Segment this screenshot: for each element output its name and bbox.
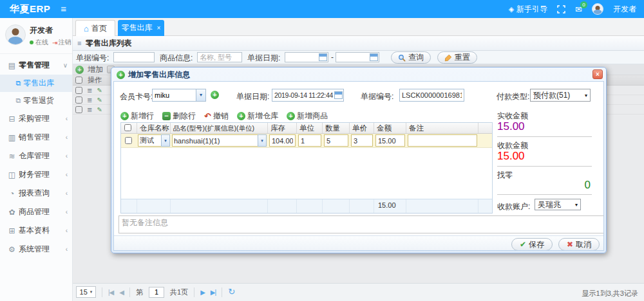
total-cell xyxy=(121,199,137,213)
search-icon xyxy=(398,54,406,62)
sidebar-item-goods-mgmt[interactable]: ✿ 商品管理 ‹ xyxy=(0,203,72,221)
pay-type-select[interactable]: 预付款(51) ▾ xyxy=(530,89,591,102)
undo-button[interactable]: ↶ 撤销 xyxy=(204,111,229,122)
avatar-head xyxy=(12,28,19,35)
combo-arrow-icon[interactable]: ▾ xyxy=(161,134,170,147)
remark-textarea[interactable] xyxy=(118,215,604,233)
sidebar-item-retail-mgmt[interactable]: ▤ 零售管理 ∨ xyxy=(0,56,72,75)
calendar-icon[interactable] xyxy=(334,91,343,99)
prev-page-button[interactable]: ◀ xyxy=(119,289,124,296)
combo-arrow-icon[interactable]: ▾ xyxy=(196,89,206,102)
combo-arrow-icon[interactable]: ▾ xyxy=(258,134,267,147)
filter-bar: 单据编号: 商品信息: 单据日期: - 查询 重置 xyxy=(73,51,644,64)
amount-input[interactable] xyxy=(375,134,405,147)
reset-button[interactable]: 重置 xyxy=(437,51,477,64)
save-button[interactable]: ✔ 保存 xyxy=(511,238,553,251)
divider xyxy=(194,287,194,297)
add-product-button[interactable]: + 新增商品 xyxy=(287,111,328,122)
home-icon: ⌂ xyxy=(84,24,89,33)
hamburger-icon[interactable]: ≡ xyxy=(61,0,66,18)
col-header-remark[interactable]: 备注 xyxy=(406,123,478,133)
date-to-input[interactable] xyxy=(336,52,379,62)
product-label: 商品信息: xyxy=(160,53,193,64)
member-card-input[interactable] xyxy=(152,89,196,102)
tab-label: 零售出库 xyxy=(122,23,153,33)
bill-date-input[interactable]: 2019-09-14 11:22:44 xyxy=(272,89,344,102)
chevron-down-icon: ▾ xyxy=(90,289,93,295)
product-input[interactable] xyxy=(172,134,258,147)
mail-button[interactable]: ✉ 0 xyxy=(575,5,582,14)
menu-label: 财务管理 xyxy=(19,169,66,180)
cancel-button[interactable]: ✖ 取消 xyxy=(558,238,600,251)
search-button[interactable]: 查询 xyxy=(391,51,431,64)
account-select[interactable]: 吴瑞兆 ▾ xyxy=(535,199,581,210)
col-header-unit[interactable]: 单位 xyxy=(297,123,323,133)
dialog-close-button[interactable]: × xyxy=(592,69,603,79)
refresh-icon[interactable]: ↻ xyxy=(228,287,235,296)
col-header-qty[interactable]: 数量 xyxy=(323,123,350,133)
menu-label: 基本资料 xyxy=(19,225,66,236)
member-card-combo[interactable]: ▾ xyxy=(152,89,206,102)
price-input[interactable] xyxy=(351,134,373,147)
calendar-icon[interactable] xyxy=(370,53,378,61)
total-cell xyxy=(406,199,478,213)
pay-type-value: 预付款(51) xyxy=(533,90,570,101)
product-input[interactable] xyxy=(197,52,242,62)
logout-button[interactable]: ⇥ 注销 xyxy=(52,38,71,47)
chevron-left-icon: ‹ xyxy=(66,246,68,253)
last-page-button[interactable]: ▶| xyxy=(211,289,216,296)
first-page-button[interactable]: |◀ xyxy=(108,289,113,296)
stock-input[interactable] xyxy=(269,134,296,147)
sidebar-item-basic-data[interactable]: ⊞ 基本资料 ‹ xyxy=(0,221,72,240)
page-size-select[interactable]: 15 ▾ xyxy=(76,286,96,298)
product-combo[interactable]: ▾ xyxy=(172,134,267,147)
add-retail-outbound-dialog: + 增加零售出库信息 × 会员卡号: ▾ + 单据日期: 2019-09-14 … xyxy=(111,67,607,253)
calendar-icon[interactable] xyxy=(319,53,327,61)
check-icon: ✔ xyxy=(520,240,526,249)
bill-no-input[interactable] xyxy=(399,89,464,102)
gear-icon: ⚙ xyxy=(6,245,17,254)
sidebar-menu: ▤ 零售管理 ∨ ⧉ 零售出库 ⧉ 零售退货 ⊟ 采购管理 ‹ ▥ 销售管理 ‹ xyxy=(0,54,72,259)
bill-no-input[interactable] xyxy=(113,52,155,62)
row-checkbox[interactable] xyxy=(125,137,132,144)
sidebar-item-retail-outbound[interactable]: ⧉ 零售出库 xyxy=(0,75,72,92)
undo-icon: ↶ xyxy=(204,112,211,120)
col-header-product[interactable]: 品名(型号)(扩展信息)(单位) xyxy=(171,123,268,133)
col-header-stock[interactable]: 库存 xyxy=(268,123,297,133)
sidebar-item-retail-return[interactable]: ⧉ 零售退货 xyxy=(0,92,72,109)
add-product-label: 新增商品 xyxy=(297,111,328,122)
sidebar-item-finance-mgmt[interactable]: ◫ 财务管理 ‹ xyxy=(0,165,72,184)
date-from-input[interactable] xyxy=(285,52,328,62)
select-all-checkbox[interactable] xyxy=(124,124,131,131)
col-header-amount[interactable]: 金额 xyxy=(374,123,406,133)
close-icon[interactable]: × xyxy=(157,24,161,32)
unit-input[interactable] xyxy=(298,134,321,147)
goods-icon: ✿ xyxy=(6,208,17,217)
record-summary: 显示1到3,共3记录 xyxy=(582,289,638,298)
fullscreen-icon[interactable] xyxy=(557,5,565,14)
warehouse-input[interactable] xyxy=(138,134,161,147)
add-warehouse-button[interactable]: + 新增仓库 xyxy=(237,111,278,122)
warehouse-combo[interactable]: ▾ xyxy=(138,134,170,147)
item-grid: 仓库名称 品名(型号)(扩展信息)(单位) 库存 单位 数量 单价 金额 备注 … xyxy=(120,122,493,214)
add-row-button[interactable]: + 新增行 xyxy=(120,111,154,122)
sidebar-item-warehouse-mgmt[interactable]: ≋ 仓库管理 ‹ xyxy=(0,147,72,165)
total-cell xyxy=(297,199,323,213)
page-number-input[interactable] xyxy=(149,287,164,298)
delete-row-button[interactable]: − 删除行 xyxy=(162,111,196,122)
col-header-price[interactable]: 单价 xyxy=(350,123,374,133)
doc-icon: ⧉ xyxy=(14,96,23,105)
tab-home[interactable]: ⌂ 首页 xyxy=(75,20,115,36)
next-page-button[interactable]: ▶ xyxy=(200,289,205,296)
remark-input[interactable] xyxy=(408,134,477,147)
sidebar-item-sales-mgmt[interactable]: ▥ 销售管理 ‹ xyxy=(0,128,72,147)
qty-input[interactable] xyxy=(324,134,348,147)
col-header-warehouse[interactable]: 仓库名称 xyxy=(137,123,171,133)
pagination-controls: 15 ▾ |◀ ◀ 第 共1页 ▶ ▶| ↻ xyxy=(76,286,235,298)
sidebar-item-system-mgmt[interactable]: ⚙ 系统管理 ‹ xyxy=(0,240,72,259)
tab-retail-outbound[interactable]: 零售出库 × xyxy=(118,20,164,36)
add-member-button[interactable]: + xyxy=(211,91,219,99)
guide-button[interactable]: ◈ 新手引导 xyxy=(509,4,547,15)
sidebar-item-report-query[interactable]: ◔ 报表查询 ‹ xyxy=(0,184,72,203)
sidebar-item-purchase-mgmt[interactable]: ⊟ 采购管理 ‹ xyxy=(0,109,72,128)
